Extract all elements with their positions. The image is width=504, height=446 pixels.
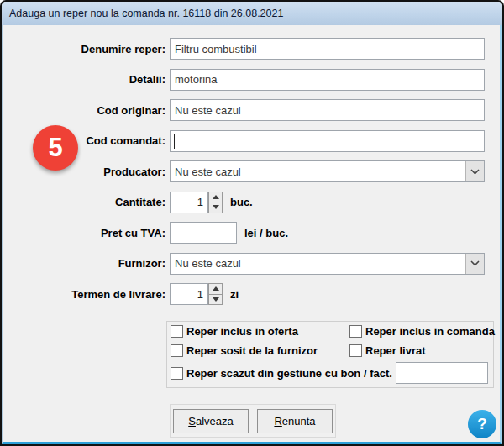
furnizor-select[interactable]: Nu este cazul bbox=[170, 253, 485, 275]
step-badge: 5 bbox=[33, 125, 78, 171]
furnizor-dropdown-button[interactable] bbox=[465, 254, 484, 274]
status-checkbox-group: Reper inclus in oferta Reper inclus in c… bbox=[166, 321, 494, 388]
title-bar[interactable]: Adauga un reper nou la comanda nr. 16118… bbox=[2, 2, 502, 25]
checkbox-label: Reper sosit de la furnizor bbox=[186, 344, 318, 357]
cantitate-unit-label: buc. bbox=[230, 196, 253, 208]
row-detalii: Detalii: bbox=[7, 69, 502, 91]
chevron-down-icon bbox=[470, 169, 480, 175]
arrow-up-icon bbox=[213, 286, 219, 291]
row-termen-livrare: Termen de livrare: zi bbox=[7, 283, 502, 305]
producator-dropdown-button[interactable] bbox=[465, 161, 484, 181]
checkbox-icon[interactable] bbox=[171, 367, 183, 380]
checkbox-icon[interactable] bbox=[171, 325, 183, 338]
checkbox-reper-sosit-furnizor[interactable]: Reper sosit de la furnizor bbox=[171, 343, 349, 359]
checkbox-reper-inclus-comanda[interactable]: Reper inclus in comanda bbox=[349, 323, 495, 339]
row-cod-originar: Cod originar: bbox=[7, 99, 502, 121]
checkbox-reper-livrat[interactable]: Reper livrat bbox=[349, 343, 495, 359]
checkbox-reper-inclus-oferta[interactable]: Reper inclus in oferta bbox=[171, 323, 349, 339]
save-button[interactable]: Salveaza bbox=[173, 409, 249, 433]
dialog-window: Adauga un reper nou la comanda nr. 16118… bbox=[0, 0, 504, 446]
field-label-producator: Producator: bbox=[7, 165, 170, 178]
cod-comandat-input[interactable] bbox=[170, 130, 485, 152]
termen-livrare-input[interactable] bbox=[170, 283, 208, 305]
row-denumire-reper: Denumire reper: bbox=[7, 38, 502, 60]
checkbox-reper-scazut-gestiune[interactable]: Reper scazut din gestiune cu bon / fact. bbox=[171, 365, 392, 381]
checkbox-label: Reper scazut din gestiune cu bon / fact. bbox=[186, 367, 392, 380]
action-button-panel: Salveaza Renunta bbox=[170, 404, 336, 438]
checkbox-icon[interactable] bbox=[349, 325, 362, 338]
row-pret: Pret cu TVA: lei / buc. bbox=[7, 222, 502, 244]
field-label-furnizor: Furnizor: bbox=[7, 257, 170, 270]
row-cod-comandat: Cod comandat: bbox=[7, 130, 502, 152]
producator-selected-value: Nu este cazul bbox=[171, 165, 465, 178]
checkbox-label: Reper inclus in comanda bbox=[365, 325, 495, 338]
checkbox-label: Reper livrat bbox=[365, 344, 426, 357]
checkbox-row-scazut: Reper scazut din gestiune cu bon / fact. bbox=[171, 362, 493, 384]
field-label-cod-originar: Cod originar: bbox=[7, 104, 170, 117]
checkbox-icon[interactable] bbox=[349, 344, 362, 357]
window-title: Adauga un reper nou la comanda nr. 16118… bbox=[9, 8, 283, 19]
row-producator: Producator: Nu este cazul bbox=[7, 160, 502, 182]
arrow-down-icon bbox=[213, 297, 219, 302]
text-cursor bbox=[174, 134, 175, 149]
arrow-up-icon bbox=[213, 195, 219, 199]
checkbox-label: Reper inclus in oferta bbox=[186, 325, 298, 338]
pret-unit-label: lei / buc. bbox=[244, 227, 288, 239]
termen-step-up-button[interactable] bbox=[208, 283, 223, 295]
row-furnizor: Furnizor: Nu este cazul bbox=[7, 253, 502, 275]
termen-livrare-stepper bbox=[208, 283, 223, 305]
cod-originar-input[interactable] bbox=[170, 99, 485, 121]
detalii-input[interactable] bbox=[170, 69, 485, 91]
termen-unit-label: zi bbox=[230, 288, 239, 301]
furnizor-selected-value: Nu este cazul bbox=[171, 257, 465, 270]
cancel-button[interactable]: Renunta bbox=[257, 409, 333, 433]
arrow-down-icon bbox=[213, 205, 219, 209]
termen-step-down-button[interactable] bbox=[208, 295, 223, 306]
bon-fact-input[interactable] bbox=[396, 362, 488, 384]
cantitate-input[interactable] bbox=[170, 192, 208, 213]
form-area: Denumire reper: Detalii: Cod originar: C… bbox=[2, 25, 502, 438]
field-label-pret: Pret cu TVA: bbox=[7, 227, 170, 239]
denumire-reper-input[interactable] bbox=[170, 38, 485, 60]
field-label-denumire-reper: Denumire reper: bbox=[7, 43, 170, 55]
field-label-detalii: Detalii: bbox=[7, 73, 170, 86]
cantitate-stepper bbox=[208, 192, 223, 213]
cantitate-step-up-button[interactable] bbox=[208, 192, 223, 203]
help-button[interactable]: ? bbox=[468, 410, 496, 438]
producator-select[interactable]: Nu este cazul bbox=[170, 160, 485, 182]
field-label-cantitate: Cantitate: bbox=[7, 196, 170, 208]
cantitate-step-down-button[interactable] bbox=[208, 202, 223, 213]
row-cantitate: Cantitate: buc. bbox=[7, 192, 502, 213]
chevron-down-icon bbox=[470, 260, 480, 266]
field-label-termen-livrare: Termen de livrare: bbox=[7, 288, 170, 301]
field-label-cod-comandat: Cod comandat: bbox=[7, 134, 170, 147]
pret-input[interactable] bbox=[170, 222, 237, 244]
checkbox-icon[interactable] bbox=[171, 344, 183, 357]
